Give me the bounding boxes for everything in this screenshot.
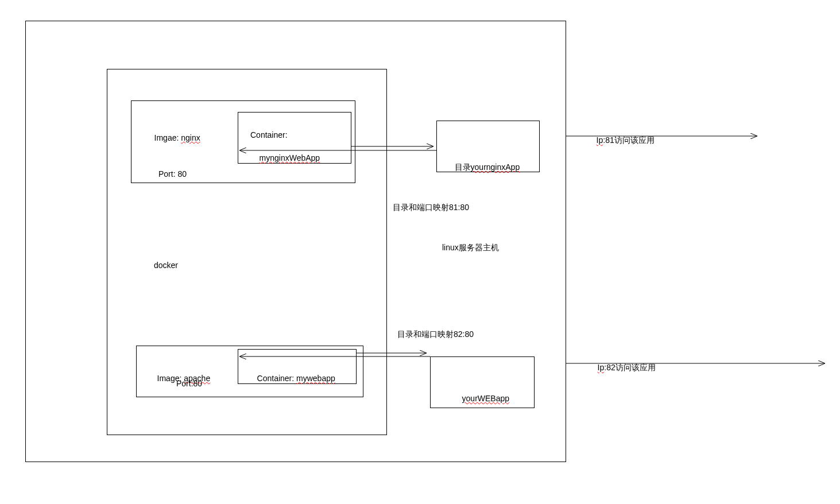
nginx-image-label: Imgae: nginx <box>145 122 200 154</box>
apache-dir-label: yourWEBapp <box>453 383 509 414</box>
port-map-1-label: 目录和端口映射81:80 <box>393 202 469 212</box>
nginx-container-name: mynginxWebApp <box>250 142 320 174</box>
docker-label: docker <box>154 260 178 270</box>
nginx-port-label: Port: 80 <box>158 169 187 179</box>
linux-host-label: linux服务器主机 <box>442 242 499 253</box>
port-map-2-label: 目录和端口映射82:80 <box>397 329 474 339</box>
apache-container-label: Container: mywebapp <box>248 363 335 394</box>
nginx-container-label: Container: <box>250 130 288 140</box>
nginx-dir-label: 目录yournginxApp <box>446 152 520 183</box>
diagram-canvas: Imgae: nginx Port: 80 Container: mynginx… <box>0 0 840 504</box>
apache-port-label: Port:80 <box>176 378 202 389</box>
external-access-2-label: Ip:82访问该应用 <box>589 352 656 383</box>
external-access-1-label: Ip:81访问该应用 <box>587 125 655 156</box>
